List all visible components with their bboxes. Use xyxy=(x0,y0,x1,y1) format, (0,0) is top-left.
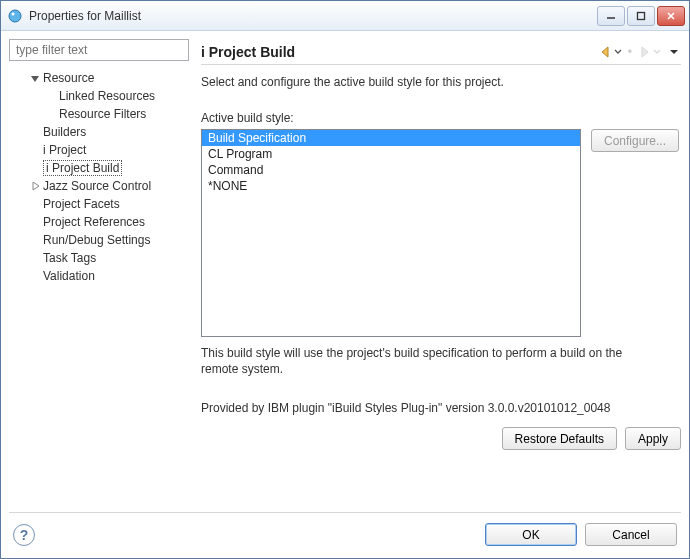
svg-point-1 xyxy=(12,12,15,15)
category-tree-pane: ResourceLinked ResourcesResource Filters… xyxy=(9,39,189,508)
tree-item[interactable]: Resource Filters xyxy=(9,105,189,123)
tree-item[interactable]: Builders xyxy=(9,123,189,141)
tree-item-label: Validation xyxy=(43,269,95,283)
tree-item-label: Jazz Source Control xyxy=(43,179,151,193)
tree-item[interactable]: Task Tags xyxy=(9,249,189,267)
tree-item[interactable]: Project References xyxy=(9,213,189,231)
tree-item[interactable]: i Project xyxy=(9,141,189,159)
nav-forward-button xyxy=(636,45,663,59)
tree-item[interactable]: Validation xyxy=(9,267,189,285)
build-style-label: Active build style: xyxy=(201,111,681,125)
cancel-button[interactable]: Cancel xyxy=(585,523,677,546)
provided-by-text: Provided by IBM plugin "iBuild Styles Pl… xyxy=(201,401,681,415)
tree-item[interactable]: Run/Debug Settings xyxy=(9,231,189,249)
titlebar: Properties for Maillist xyxy=(1,1,689,31)
chevron-down-icon[interactable] xyxy=(29,72,41,84)
tree-item-label: Run/Debug Settings xyxy=(43,233,150,247)
instruction-text: Select and configure the active build st… xyxy=(201,75,681,89)
tree-item-label: i Project xyxy=(43,143,86,157)
maximize-button[interactable] xyxy=(627,6,655,26)
page-title: i Project Build xyxy=(201,44,597,60)
tree-item-label: i Project Build xyxy=(43,160,122,176)
style-description: This build style will use the project's … xyxy=(201,345,641,377)
tree-item[interactable]: Jazz Source Control xyxy=(9,177,189,195)
apply-button[interactable]: Apply xyxy=(625,427,681,450)
nav-back-button[interactable] xyxy=(597,45,624,59)
minimize-button[interactable] xyxy=(597,6,625,26)
chevron-right-icon[interactable] xyxy=(29,180,41,192)
help-icon[interactable]: ? xyxy=(13,524,35,546)
build-style-item[interactable]: CL Program xyxy=(202,146,580,162)
restore-defaults-button[interactable]: Restore Defaults xyxy=(502,427,617,450)
configure-button[interactable]: Configure... xyxy=(591,129,679,152)
properties-page: i Project Build • xyxy=(193,39,681,508)
tree-item-label: Resource xyxy=(43,71,94,85)
tree-item-label: Resource Filters xyxy=(59,107,146,121)
ok-button[interactable]: OK xyxy=(485,523,577,546)
tree-item[interactable]: i Project Build xyxy=(9,159,189,177)
tree-item[interactable]: Project Facets xyxy=(9,195,189,213)
category-tree[interactable]: ResourceLinked ResourcesResource Filters… xyxy=(9,69,189,508)
tree-item[interactable]: Linked Resources xyxy=(9,87,189,105)
build-style-list[interactable]: Build SpecificationCL ProgramCommand*NON… xyxy=(201,129,581,337)
tree-item-label: Project References xyxy=(43,215,145,229)
svg-rect-3 xyxy=(638,12,645,19)
build-style-item[interactable]: Command xyxy=(202,162,580,178)
tree-item-label: Project Facets xyxy=(43,197,120,211)
svg-point-0 xyxy=(9,10,21,22)
tree-item-label: Task Tags xyxy=(43,251,96,265)
filter-input[interactable] xyxy=(9,39,189,61)
tree-item[interactable]: Resource xyxy=(9,69,189,87)
tree-item-label: Builders xyxy=(43,125,86,139)
build-style-item[interactable]: *NONE xyxy=(202,178,580,194)
build-style-item[interactable]: Build Specification xyxy=(202,130,580,146)
app-icon xyxy=(7,8,23,24)
window-title: Properties for Maillist xyxy=(29,9,597,23)
close-button[interactable] xyxy=(657,6,685,26)
properties-dialog: Properties for Maillist ResourceLinked R… xyxy=(0,0,690,559)
window-buttons xyxy=(597,6,687,26)
tree-item-label: Linked Resources xyxy=(59,89,155,103)
nav-menu-button[interactable] xyxy=(667,45,681,59)
